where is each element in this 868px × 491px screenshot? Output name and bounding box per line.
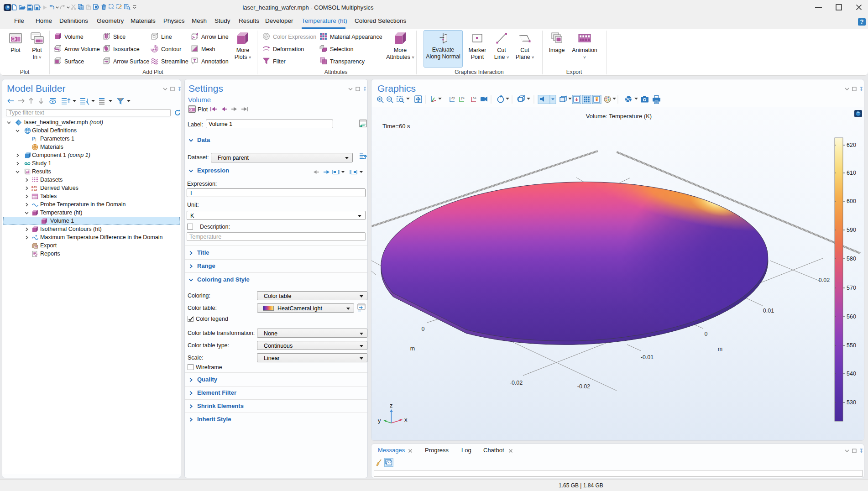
- svg-text:610: 610: [847, 170, 856, 176]
- svg-text:590: 590: [847, 227, 856, 233]
- svg-text:550: 550: [847, 342, 856, 349]
- svg-text:xy: xy: [451, 95, 455, 99]
- svg-text:570: 570: [847, 285, 856, 291]
- svg-text:530: 530: [847, 399, 856, 406]
- svg-text:m: m: [718, 346, 722, 352]
- svg-text:Volume: Temperature (K): Volume: Temperature (K): [586, 113, 652, 120]
- svg-text:Time=60 s: Time=60 s: [382, 123, 410, 130]
- svg-text:yz: yz: [461, 95, 465, 99]
- svg-text:600: 600: [847, 198, 856, 204]
- svg-text:m: m: [410, 345, 415, 352]
- svg-text:-0.02: -0.02: [510, 380, 523, 386]
- svg-text:z: z: [390, 402, 393, 409]
- svg-text:y: y: [378, 417, 381, 424]
- svg-text:0.02: 0.02: [819, 277, 830, 283]
- svg-text:540: 540: [847, 371, 856, 377]
- svg-text:620: 620: [847, 142, 856, 148]
- svg-text:0: 0: [422, 326, 425, 332]
- svg-text:580: 580: [847, 256, 856, 262]
- svg-text:x: x: [404, 416, 408, 423]
- svg-text:0: 0: [705, 331, 708, 337]
- svg-text:-0.01: -0.01: [641, 354, 654, 360]
- svg-text:0.01: 0.01: [763, 308, 774, 314]
- svg-text:xz: xz: [473, 95, 476, 99]
- svg-text:560: 560: [847, 313, 856, 320]
- svg-text:-0.02: -0.02: [577, 383, 591, 390]
